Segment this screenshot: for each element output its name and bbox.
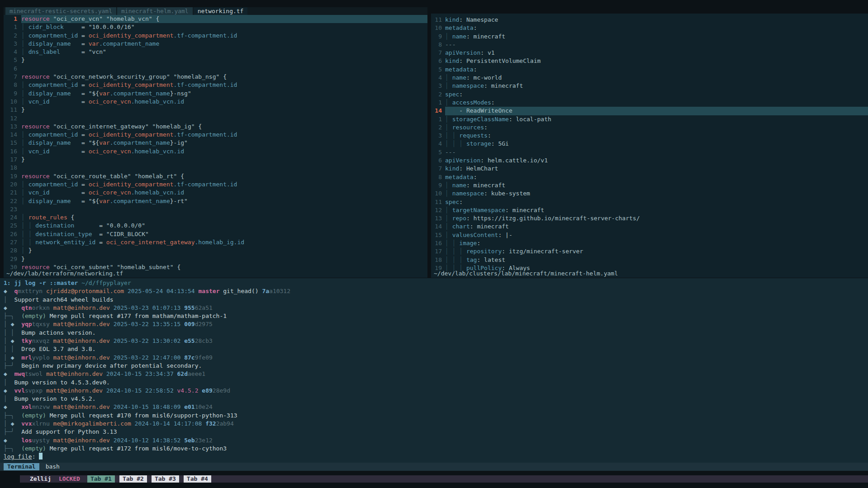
code-line[interactable]: 15│ valuesContent: |- bbox=[431, 231, 868, 239]
code-line[interactable]: 13│ repo: https://itzg.github.io/minecra… bbox=[431, 214, 868, 223]
terminal-input-line[interactable]: log file: bbox=[0, 453, 868, 461]
line-number: 17 bbox=[431, 247, 445, 256]
code-area-terraform[interactable]: 1resource "oci_core_vcn" "homelab_vcn" {… bbox=[4, 15, 427, 271]
code-line[interactable]: 18 bbox=[4, 164, 427, 172]
code-line[interactable]: 3│ │ requests: bbox=[431, 132, 868, 140]
code-line[interactable]: 3│ namespace: minecraft bbox=[431, 82, 868, 90]
code-line[interactable]: 10│ vcn_id = oci_core_vcn.homelab_vcn.id bbox=[4, 98, 427, 106]
line-number: 2 bbox=[431, 90, 445, 99]
code-line[interactable]: 14│ chart: minecraft bbox=[431, 223, 868, 231]
code-line[interactable]: 1│ cidr_block = "10.0.0.0/16" bbox=[4, 23, 427, 31]
statusline-path-left: ~/dev/lab/terraform/networking.tf bbox=[6, 270, 123, 277]
jj-log-row: │ Bump version to 4.5.3.dev0. bbox=[0, 379, 868, 387]
code-line[interactable]: 17│ │ │ repository: itzg/minecraft-serve… bbox=[431, 247, 868, 256]
jj-log-row: │ ◆ mrlyvplo matt@einhorn.dev 2025-03-22… bbox=[0, 354, 868, 362]
code-line[interactable]: 3│ display_name = var.compartment_name bbox=[4, 40, 427, 48]
code-area-yaml[interactable]: 11kind: Namespace10metadata:9│ name: min… bbox=[431, 14, 868, 272]
code-line[interactable]: 15│ display_name = "${var.compartment_na… bbox=[4, 139, 427, 147]
code-line[interactable]: 23 bbox=[4, 205, 427, 213]
line-number: 14 bbox=[431, 223, 445, 231]
line-number: 5 bbox=[431, 148, 445, 156]
line-number: 1 bbox=[4, 23, 21, 31]
code-line[interactable]: 11kind: Namespace bbox=[431, 16, 868, 24]
code-line[interactable]: 6apiVersion: helm.cattle.io/v1 bbox=[431, 156, 868, 165]
line-number: 12 bbox=[431, 206, 445, 214]
code-line[interactable]: 7kind: HelmChart bbox=[431, 165, 868, 173]
jj-log-row: │ ◆ vvxxlrnu me@mirkogalimberti.com 2024… bbox=[0, 420, 868, 428]
code-line[interactable]: 4│ name: mc-world bbox=[431, 74, 868, 82]
line-number: 6 bbox=[431, 156, 445, 165]
line-number: 6 bbox=[431, 57, 445, 65]
code-line[interactable]: 13resource "oci_core_internet_gateway" "… bbox=[4, 123, 427, 131]
editor-tab-minecraft-restic-secrets.yaml[interactable]: minecraft-restic-secrets.yaml bbox=[5, 7, 116, 15]
line-number: 8 bbox=[4, 81, 21, 89]
jj-log-row: ◆ vvlsvpxp matt@einhorn.dev 2024-10-15 2… bbox=[0, 387, 868, 395]
code-line[interactable]: 27│ │ network_entity_id = oci_core_inter… bbox=[4, 238, 427, 246]
code-line[interactable]: 7resource "oci_core_network_security_gro… bbox=[4, 73, 427, 81]
code-line[interactable]: 6kind: PersistentVolumeClaim bbox=[431, 57, 868, 65]
terminal-tab-bash[interactable]: bash bbox=[46, 463, 60, 471]
terminal-cursor bbox=[39, 453, 43, 460]
code-line[interactable]: 5metadata: bbox=[431, 66, 868, 74]
code-line[interactable]: 8metadata: bbox=[431, 173, 868, 181]
line-number: 4 bbox=[4, 48, 21, 56]
line-number: 1 bbox=[4, 15, 21, 23]
code-line[interactable]: 12 bbox=[4, 114, 427, 123]
editor-pane-left: minecraft-restic-secrets.yamlminecraft-h… bbox=[4, 7, 427, 278]
line-number: 2 bbox=[431, 123, 445, 132]
code-line[interactable]: 16│ vcn_id = oci_core_vcn.homelab_vcn.id bbox=[4, 147, 427, 156]
code-line[interactable]: 22│ display_name = "${var.compartment_na… bbox=[4, 197, 427, 205]
code-line[interactable]: 7apiVersion: v1 bbox=[431, 49, 868, 57]
code-line[interactable]: 19resource "oci_core_route_table" "homel… bbox=[4, 172, 427, 180]
code-line-cursor[interactable]: 1resource "oci_core_vcn" "homelab_vcn" { bbox=[4, 15, 427, 23]
code-line[interactable]: 20│ compartment_id = oci_identity_compar… bbox=[4, 180, 427, 189]
code-line[interactable]: 4│ │ │ storage: 5Gi bbox=[431, 140, 868, 148]
line-number: 10 bbox=[431, 24, 445, 32]
jj-log-row: │ ◆ yqptqxsy matt@einhorn.dev 2025-03-22… bbox=[0, 320, 868, 328]
code-line[interactable]: 26│ │ destination_type = "CIDR_BLOCK" bbox=[4, 230, 427, 238]
code-line[interactable]: 12│ targetNamespace: minecraft bbox=[431, 206, 868, 214]
code-line[interactable]: 5--- bbox=[431, 148, 868, 156]
zellij-tab-tab1[interactable]: Tab #1 bbox=[87, 475, 115, 483]
code-line[interactable]: 6 bbox=[4, 65, 427, 73]
code-line[interactable]: 4│ dns_label = "vcn" bbox=[4, 48, 427, 56]
code-line[interactable]: 17} bbox=[4, 156, 427, 164]
code-line[interactable]: 5} bbox=[4, 56, 427, 64]
code-line[interactable]: 29} bbox=[4, 255, 427, 263]
code-line[interactable]: 9│ name: minecraft bbox=[431, 181, 868, 190]
statusline-path-right: ~/dev/lab/clusters/lab/minecraft/minecra… bbox=[434, 270, 618, 277]
code-line[interactable]: 11} bbox=[4, 106, 427, 114]
code-line[interactable]: 25│ │ destination = "0.0.0.0/0" bbox=[4, 222, 427, 230]
code-line[interactable]: 11spec: bbox=[431, 198, 868, 206]
editor-tab-networking.tf[interactable]: networking.tf bbox=[194, 7, 248, 15]
line-number: 7 bbox=[4, 73, 21, 81]
code-line[interactable]: 8--- bbox=[431, 41, 868, 49]
code-line[interactable]: 21│ vcn_id = oci_core_vcn.homelab_vcn.id bbox=[4, 189, 427, 197]
code-line[interactable]: 16│ │ image: bbox=[431, 239, 868, 247]
code-line[interactable]: 9│ name: minecraft bbox=[431, 33, 868, 41]
zellij-tab-tab4[interactable]: Tab #4 bbox=[184, 475, 211, 483]
code-line[interactable]: 10│ namespace: kube-system bbox=[431, 190, 868, 198]
code-line[interactable]: 2spec: bbox=[431, 90, 868, 99]
line-number: 18 bbox=[431, 256, 445, 264]
code-line[interactable]: 1│ storageClassName: local-path bbox=[431, 115, 868, 123]
jj-log-output: ◆ qmxttryn cjriddz@protonmail.com 2025-0… bbox=[0, 287, 868, 453]
code-line[interactable]: 14│ compartment_id = oci_identity_compar… bbox=[4, 131, 427, 139]
code-line[interactable]: 24│ route_rules { bbox=[4, 213, 427, 222]
editor-tab-minecraft-helm.yaml[interactable]: minecraft-helm.yaml bbox=[117, 7, 193, 15]
line-number: 3 bbox=[4, 40, 21, 48]
code-line[interactable]: 1│ accessModes: bbox=[431, 99, 868, 107]
code-line[interactable]: 9│ display_name = "${var.compartment_nam… bbox=[4, 90, 427, 98]
code-line[interactable]: 2│ compartment_id = oci_identity_compart… bbox=[4, 32, 427, 40]
terminal-tab-active[interactable]: Terminal bbox=[4, 463, 39, 470]
code-line[interactable]: 10metadata: bbox=[431, 24, 868, 32]
code-line[interactable]: 2│ resources: bbox=[431, 123, 868, 132]
zellij-tab-tab2[interactable]: Tab #2 bbox=[119, 475, 147, 483]
line-number: 1 bbox=[431, 99, 445, 107]
code-line-cursor[interactable]: 14│ │ - ReadWriteOnce bbox=[431, 107, 868, 115]
code-line[interactable]: 8│ compartment_id = oci_identity_compart… bbox=[4, 81, 427, 89]
code-line[interactable]: 18│ │ │ tag: latest bbox=[431, 256, 868, 264]
zellij-tabs: Tab #1Tab #2Tab #3Tab #4 bbox=[87, 475, 216, 483]
zellij-tab-tab3[interactable]: Tab #3 bbox=[152, 475, 179, 483]
code-line[interactable]: 28│ } bbox=[4, 246, 427, 255]
